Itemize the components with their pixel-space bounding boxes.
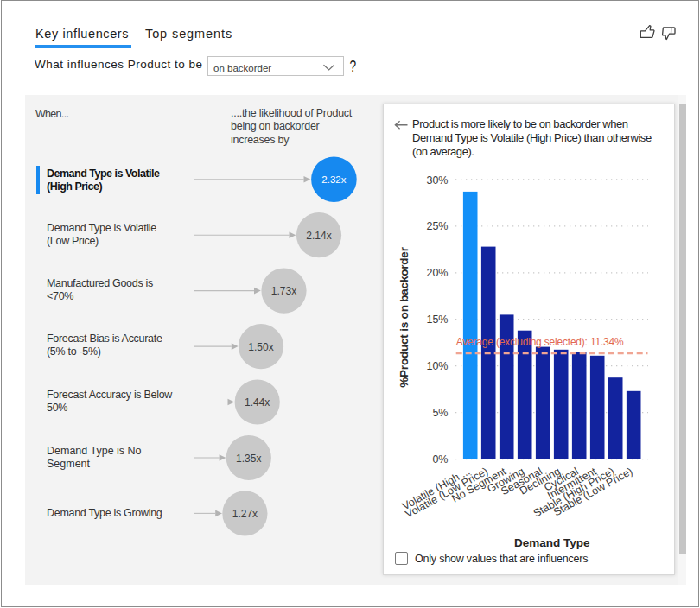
svg-text:1.35x: 1.35x: [236, 453, 261, 465]
svg-text:2.32x: 2.32x: [321, 174, 346, 185]
svg-text:1.73x: 1.73x: [271, 285, 296, 297]
svg-text:Average (excluding selected):: Average (excluding selected): 11.34%: [456, 336, 624, 348]
svg-text:20%: 20%: [426, 267, 448, 279]
svg-text:1.44x: 1.44x: [245, 396, 270, 408]
svg-text:10%: 10%: [426, 360, 448, 372]
svg-text:2.14x: 2.14x: [306, 230, 331, 242]
svg-text:0%: 0%: [432, 453, 448, 466]
svg-text:25%: 25%: [426, 220, 448, 232]
svg-text:%Product is on backorder: %Product is on backorder: [398, 246, 410, 387]
svg-text:1.27x: 1.27x: [232, 508, 258, 520]
svg-text:15%: 15%: [426, 314, 448, 326]
svg-text:30%: 30%: [426, 174, 448, 187]
svg-text:1.50x: 1.50x: [248, 341, 273, 353]
svg-text:5%: 5%: [432, 407, 448, 419]
